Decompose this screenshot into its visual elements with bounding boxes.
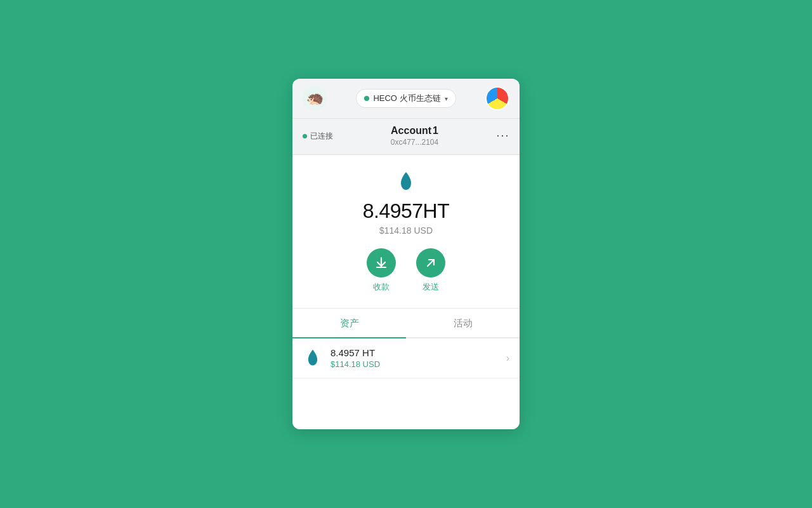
tab-assets[interactable]: 资产 bbox=[292, 309, 406, 337]
receive-icon-circle bbox=[367, 248, 396, 277]
connected-status: 已连接 bbox=[303, 131, 333, 142]
network-selector[interactable]: HECO 火币生态链 ▾ bbox=[356, 89, 455, 108]
balance-value: 8.4957 bbox=[363, 199, 423, 222]
avatar-circle bbox=[485, 86, 509, 110]
send-label: 发送 bbox=[422, 281, 439, 293]
header: 🦔 HECO 火币生态链 ▾ bbox=[292, 79, 520, 119]
receive-button[interactable]: 收款 bbox=[367, 248, 396, 293]
download-icon bbox=[374, 256, 388, 270]
account-address: 0xc477...2104 bbox=[333, 138, 496, 147]
account-name-part1: Account bbox=[391, 125, 431, 137]
account-info: Account 1 0xc477...2104 bbox=[333, 125, 496, 147]
wallet-card: 🦔 HECO 火币生态链 ▾ 已连接 Account 1 0xc477...21… bbox=[292, 79, 520, 429]
asset-item-ht[interactable]: 8.4957 HT $114.18 USD › bbox=[292, 338, 520, 378]
more-options-button[interactable]: ⋮ bbox=[497, 130, 509, 143]
receive-label: 收款 bbox=[373, 281, 390, 293]
send-arrow-icon bbox=[424, 256, 438, 270]
logo-emoji: 🦔 bbox=[306, 90, 324, 107]
actions-row: 收款 发送 bbox=[367, 248, 445, 293]
chevron-right-icon: › bbox=[506, 352, 509, 364]
tabs-row: 资产 活动 bbox=[292, 308, 520, 338]
connected-dot bbox=[303, 134, 307, 138]
send-icon-circle bbox=[416, 248, 445, 277]
app-logo: 🦔 bbox=[303, 86, 327, 110]
connected-label: 已连接 bbox=[310, 131, 333, 142]
tab-activity[interactable]: 活动 bbox=[406, 309, 520, 337]
asset-usd-value: $114.18 USD bbox=[331, 359, 506, 369]
ht-token-icon-small bbox=[303, 348, 323, 368]
network-name-label: HECO 火币生态链 bbox=[373, 93, 440, 104]
balance-currency: HT bbox=[423, 199, 450, 222]
empty-area bbox=[292, 378, 520, 429]
network-status-dot bbox=[364, 96, 369, 101]
account-name: Account 1 bbox=[333, 125, 496, 137]
account-bar: 已连接 Account 1 0xc477...2104 ⋮ bbox=[292, 119, 520, 155]
asset-name: 8.4957 HT bbox=[331, 347, 506, 358]
balance-amount: 8.4957HT bbox=[363, 199, 450, 223]
ht-token-icon-large bbox=[395, 170, 417, 193]
send-button[interactable]: 发送 bbox=[416, 248, 445, 293]
asset-details: 8.4957 HT $114.18 USD bbox=[331, 347, 506, 369]
asset-list: 8.4957 HT $114.18 USD › bbox=[292, 338, 520, 378]
balance-section: 8.4957HT $114.18 USD 收款 发送 bbox=[292, 155, 520, 308]
balance-usd: $114.18 USD bbox=[379, 225, 433, 236]
account-name-part2: 1 bbox=[433, 125, 438, 137]
account-avatar[interactable] bbox=[485, 86, 509, 110]
chevron-down-icon: ▾ bbox=[445, 95, 448, 102]
